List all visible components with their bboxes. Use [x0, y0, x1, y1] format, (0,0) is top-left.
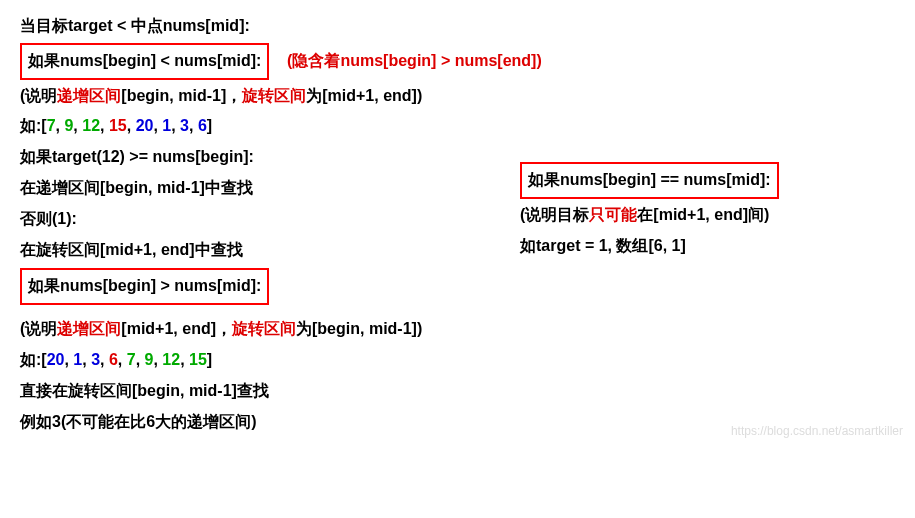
arr2-v: 1	[73, 351, 82, 368]
desc1: (说明递增区间[begin, mid-1]，旋转区间为[mid+1, end])	[20, 82, 895, 111]
arr2-s: ,	[153, 351, 162, 368]
arr2-s: ,	[100, 351, 109, 368]
array2: 如:[20, 1, 3, 6, 7, 9, 12, 15]	[20, 346, 895, 375]
implication-post: )	[536, 52, 541, 69]
arr1-v: 7	[47, 117, 56, 134]
arr2-v: 15	[189, 351, 207, 368]
arr2-v: 6	[109, 351, 118, 368]
arr1-s: ,	[73, 117, 82, 134]
desc2: (说明递增区间[mid+1, end]，旋转区间为[begin, mid-1])	[20, 315, 895, 344]
desc1-b: 递增区间	[57, 87, 121, 104]
arr1-v: 1	[162, 117, 171, 134]
direct-line: 直接在旋转区间[begin, mid-1]查找	[20, 377, 895, 406]
arr1-s: ,	[171, 117, 180, 134]
arr2-s: ,	[82, 351, 91, 368]
arr2-v: 20	[47, 351, 65, 368]
desc2-a: (说明	[20, 320, 57, 337]
side-case: 如果nums[begin] == nums[mid]: (说明目标只可能在[mi…	[520, 160, 890, 262]
arr1-v: 15	[109, 117, 127, 134]
arr2-v: 12	[162, 351, 180, 368]
arr1-pre: 如:[	[20, 117, 47, 134]
desc2-c: [mid+1, end]，	[121, 320, 232, 337]
case2-box: 如果nums[begin] > nums[mid]:	[20, 268, 269, 305]
desc1-e: 为[mid+1, end])	[306, 87, 422, 104]
implication-code: nums[begin] > nums[end]	[340, 52, 536, 69]
case1-box: 如果nums[begin] < nums[mid]:	[20, 43, 269, 80]
arr1-v: 3	[180, 117, 189, 134]
side-desc-b: 只可能	[589, 206, 637, 223]
case2-row: 如果nums[begin] > nums[mid]:	[20, 268, 895, 305]
arr2-s: ,	[64, 351, 73, 368]
desc2-b: 递增区间	[57, 320, 121, 337]
desc2-e: 为[begin, mid-1])	[296, 320, 422, 337]
arr1-s: ,	[153, 117, 162, 134]
side-eg: 如target = 1, 数组[6, 1]	[520, 232, 890, 261]
desc1-a: (说明	[20, 87, 57, 104]
arr2-s: ,	[118, 351, 127, 368]
case3-box: 如果nums[begin] == nums[mid]:	[520, 162, 779, 199]
heading-line: 当目标target < 中点nums[mid]:	[20, 12, 895, 41]
desc2-d: 旋转区间	[232, 320, 296, 337]
side-desc-c: 在[mid+1, end]间)	[637, 206, 769, 223]
arr2-v: 3	[91, 351, 100, 368]
arr2-pre: 如:[	[20, 351, 47, 368]
watermark: https://blog.csdn.net/asmartkiller	[731, 421, 903, 443]
desc1-c: [begin, mid-1]，	[121, 87, 242, 104]
arr1-s: ,	[189, 117, 198, 134]
arr2-s: ,	[136, 351, 145, 368]
arr1-v: 12	[82, 117, 100, 134]
arr1-s: ,	[100, 117, 109, 134]
arr2-v: 7	[127, 351, 136, 368]
arr1-v: 20	[136, 117, 154, 134]
side-desc-a: (说明目标	[520, 206, 589, 223]
arr1-s: ,	[127, 117, 136, 134]
case1-row: 如果nums[begin] < nums[mid]: (隐含着nums[begi…	[20, 43, 895, 80]
arr1-post: ]	[207, 117, 212, 134]
arr1-v: 6	[198, 117, 207, 134]
side-desc: (说明目标只可能在[mid+1, end]间)	[520, 201, 890, 230]
implication-pre: (隐含着	[287, 52, 340, 69]
array1: 如:[7, 9, 12, 15, 20, 1, 3, 6]	[20, 112, 895, 141]
desc1-d: 旋转区间	[242, 87, 306, 104]
arr2-post: ]	[207, 351, 212, 368]
arr2-s: ,	[180, 351, 189, 368]
